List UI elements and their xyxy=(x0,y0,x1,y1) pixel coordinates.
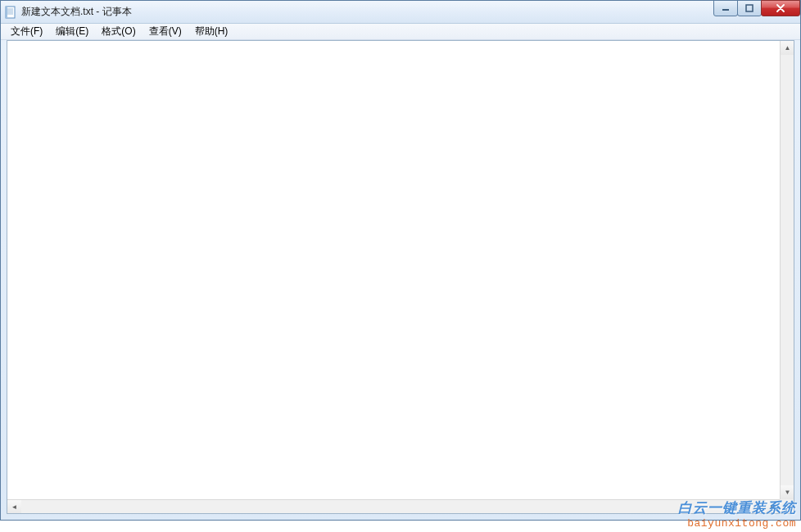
window-title: 新建文本文档.txt - 记事本 xyxy=(21,5,797,19)
menu-help[interactable]: 帮助(H) xyxy=(188,23,235,40)
window-controls xyxy=(714,0,800,16)
chevron-right-icon: ► xyxy=(770,503,776,511)
notepad-icon xyxy=(4,6,17,19)
text-area-wrapper: ▲ ▼ ◄ ► xyxy=(7,41,794,513)
menu-file[interactable]: 文件(F) xyxy=(4,23,49,40)
menu-edit[interactable]: 编辑(E) xyxy=(49,23,95,40)
minimize-button[interactable] xyxy=(713,0,738,16)
svg-rect-6 xyxy=(722,9,729,11)
horizontal-scrollbar[interactable]: ◄ ► xyxy=(7,499,780,513)
titlebar[interactable]: 新建文本文档.txt - 记事本 xyxy=(1,1,800,24)
scroll-right-arrow-icon[interactable]: ► xyxy=(766,500,780,513)
svg-rect-7 xyxy=(746,5,753,11)
scroll-up-arrow-icon[interactable]: ▲ xyxy=(781,41,794,55)
chevron-up-icon: ▲ xyxy=(785,44,791,52)
notepad-window: 新建文本文档.txt - 记事本 文件(F) 编辑(E) 格式(O) 查看(V)… xyxy=(0,0,801,521)
menubar: 文件(F) 编辑(E) 格式(O) 查看(V) 帮助(H) xyxy=(1,24,800,40)
close-button[interactable] xyxy=(761,0,800,16)
menu-view[interactable]: 查看(V) xyxy=(143,23,188,40)
content-area: ▲ ▼ ◄ ► xyxy=(7,40,794,514)
menu-format[interactable]: 格式(O) xyxy=(95,23,142,40)
scroll-left-arrow-icon[interactable]: ◄ xyxy=(7,500,21,513)
vertical-scrollbar[interactable]: ▲ ▼ xyxy=(780,41,794,499)
text-editor[interactable] xyxy=(7,41,780,513)
maximize-button[interactable] xyxy=(737,0,762,16)
svg-rect-5 xyxy=(6,7,7,18)
scroll-corner xyxy=(780,499,794,513)
chevron-down-icon: ▼ xyxy=(785,489,791,496)
scroll-down-arrow-icon[interactable]: ▼ xyxy=(781,485,794,499)
chevron-left-icon: ◄ xyxy=(11,503,18,511)
